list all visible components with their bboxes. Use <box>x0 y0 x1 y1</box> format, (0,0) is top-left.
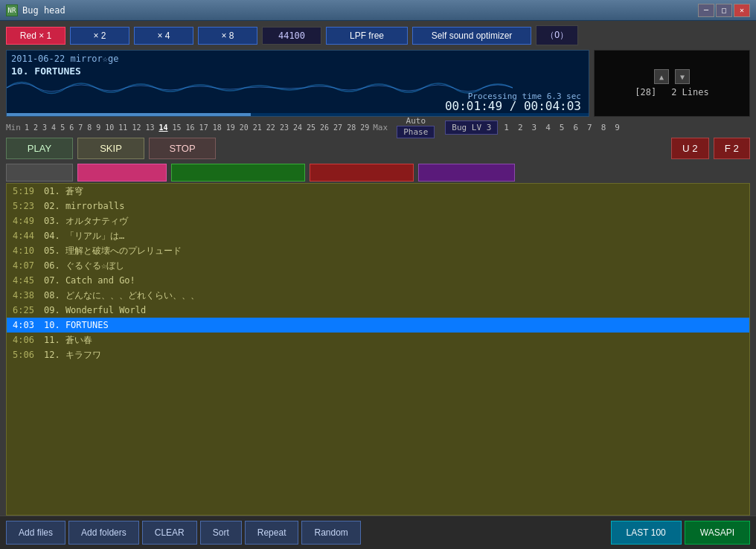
x4-button[interactable]: × 4 <box>134 27 193 45</box>
bug-num-6[interactable]: 6 <box>570 121 581 134</box>
meter-max-label: Max <box>373 123 388 132</box>
meter-num-28[interactable]: 28 <box>347 123 356 132</box>
meter-num-18[interactable]: 18 <box>213 123 222 132</box>
bug-lv-section: Bug LV 3 1 2 3 4 5 6 7 8 9 <box>445 121 623 135</box>
repeat-button[interactable]: Repeat <box>245 521 299 545</box>
bug-num-8[interactable]: 8 <box>598 121 609 134</box>
playlist-item[interactable]: 5:0612. キラフワ <box>7 347 749 362</box>
skip-button[interactable]: SKIP <box>77 138 144 159</box>
swatch-green <box>171 164 305 182</box>
clear-button[interactable]: CLEAR <box>142 521 197 545</box>
playlist-item[interactable]: 4:4404. 「リアル」は… <box>7 228 749 243</box>
meter-num-9[interactable]: 9 <box>96 123 100 132</box>
meter-num-26[interactable]: 26 <box>320 123 329 132</box>
lpf-button[interactable]: LPF free <box>326 27 408 45</box>
stop-button[interactable]: STOP <box>149 138 216 159</box>
track-title: 09. Wonderful World <box>44 305 743 315</box>
last100-button[interactable]: LAST 100 <box>611 521 682 545</box>
meter-num-11[interactable]: 11 <box>118 123 127 132</box>
meter-num-17[interactable]: 17 <box>199 123 208 132</box>
meter-num-14[interactable]: 14 <box>158 123 167 132</box>
close-button[interactable]: ✕ <box>734 4 750 17</box>
track-duration: 5:23 <box>13 201 39 211</box>
total-time: 00:04:03 <box>524 99 581 113</box>
track-duration: 4:45 <box>13 275 39 286</box>
track-duration: 4:44 <box>13 231 39 241</box>
playlist-item[interactable]: 4:0310. FORTUNES <box>7 318 749 333</box>
meter-num-23[interactable]: 23 <box>280 123 289 132</box>
wasapi-button[interactable]: WASAPI <box>685 521 750 545</box>
playlist-item[interactable]: 4:1005. 理解と破壊へのプレリュード <box>7 243 749 258</box>
meter-num-10[interactable]: 10 <box>105 123 114 132</box>
meter-num-6[interactable]: 6 <box>69 123 74 132</box>
x8-button[interactable]: × 8 <box>198 27 257 45</box>
playlist-item[interactable]: 4:4507. Catch and Go! <box>7 273 749 288</box>
meter-num-2[interactable]: 2 <box>33 123 38 132</box>
playlist-area[interactable]: 5:1901. 蒼穹5:2302. mirrorballs4:4903. オルタ… <box>6 183 750 516</box>
playlist-item[interactable]: 4:0611. 蒼い春 <box>7 333 749 347</box>
playlist-item[interactable]: 4:0706. ぐるぐる☆ぼし <box>7 258 749 273</box>
track-duration: 4:10 <box>13 245 39 256</box>
meter-num-8[interactable]: 8 <box>87 123 92 132</box>
playlist-item[interactable]: 5:1901. 蒼穹 <box>7 184 749 199</box>
top-controls-row: Red × 1 × 2 × 4 × 8 44100 LPF free Self … <box>0 21 756 50</box>
arrow-down-icon[interactable]: ▼ <box>675 69 690 84</box>
playlist-item[interactable]: 4:4903. オルタナティヴ <box>7 214 749 228</box>
current-time: 00:01:49 <box>445 99 502 113</box>
main-content: Red × 1 × 2 × 4 × 8 44100 LPF free Self … <box>0 21 756 549</box>
meter-num-22[interactable]: 22 <box>266 123 275 132</box>
waveform-section: 2011-06-22 mirror☆ge 10. FORTUNES Proces… <box>0 50 756 120</box>
meter-num-24[interactable]: 24 <box>293 123 302 132</box>
meter-num-1[interactable]: 1 <box>25 123 29 132</box>
optimizer-button[interactable]: Self sound optimizer <box>412 27 531 45</box>
minimize-button[interactable]: ─ <box>698 4 714 17</box>
meter-num-12[interactable]: 12 <box>132 123 141 132</box>
bug-lv-label: Bug LV 3 <box>445 121 498 135</box>
u2-button[interactable]: U 2 <box>671 138 709 159</box>
track-duration: 4:07 <box>13 260 39 271</box>
meter-num-19[interactable]: 19 <box>226 123 235 132</box>
sort-button[interactable]: Sort <box>200 521 242 545</box>
bug-num-1[interactable]: 1 <box>501 121 512 134</box>
meter-num-25[interactable]: 25 <box>307 123 315 132</box>
add-folders-button[interactable]: Add folders <box>68 521 139 545</box>
play-button[interactable]: PLAY <box>6 138 73 159</box>
meter-num-5[interactable]: 5 <box>60 123 65 132</box>
add-files-button[interactable]: Add files <box>6 521 65 545</box>
arrow-up-icon[interactable]: ▲ <box>654 69 669 84</box>
f2-button[interactable]: F 2 <box>714 138 750 159</box>
progress-bar-container <box>7 113 589 116</box>
meter-num-13[interactable]: 13 <box>145 123 154 132</box>
red-x1-button[interactable]: Red × 1 <box>6 27 65 45</box>
playlist-item[interactable]: 6:2509. Wonderful World <box>7 303 749 318</box>
bug-num-5[interactable]: 5 <box>557 121 568 134</box>
x2-button[interactable]: × 2 <box>70 27 129 45</box>
meter-num-7[interactable]: 7 <box>78 123 83 132</box>
track-title: 04. 「リアル」は… <box>44 230 743 243</box>
frequency-label: 44100 <box>262 27 321 45</box>
bug-num-9[interactable]: 9 <box>612 121 623 134</box>
bug-num-7[interactable]: 7 <box>584 121 595 134</box>
track-duration: 4:06 <box>13 335 39 345</box>
meter-num-3[interactable]: 3 <box>42 123 47 132</box>
playlist-item[interactable]: 5:2302. mirrorballs <box>7 199 749 214</box>
track-title: 10. FORTUNES <box>44 320 743 330</box>
meter-num-20[interactable]: 20 <box>240 123 249 132</box>
meter-num-29[interactable]: 29 <box>360 123 369 132</box>
meter-num-21[interactable]: 21 <box>253 123 262 132</box>
playback-controls-row: PLAY SKIP STOP U 2 F 2 <box>0 135 756 162</box>
time-separator: / <box>510 99 524 113</box>
maximize-button[interactable]: □ <box>716 4 732 17</box>
bug-num-4[interactable]: 4 <box>542 121 554 134</box>
parens-label: （O） <box>536 25 578 45</box>
random-button[interactable]: Random <box>301 521 360 545</box>
playlist-item[interactable]: 4:3808. どんなに、、、どれくらい、、、 <box>7 288 749 303</box>
meter-num-15[interactable]: 15 <box>173 123 182 132</box>
swatches-row <box>0 162 756 183</box>
bug-num-2[interactable]: 2 <box>515 121 526 134</box>
bug-num-3[interactable]: 3 <box>529 121 540 134</box>
meter-num-16[interactable]: 16 <box>186 123 195 132</box>
meter-num-27[interactable]: 27 <box>333 123 342 132</box>
side-bottom: [28] 2 Lines <box>635 87 708 97</box>
meter-num-4[interactable]: 4 <box>51 123 56 132</box>
